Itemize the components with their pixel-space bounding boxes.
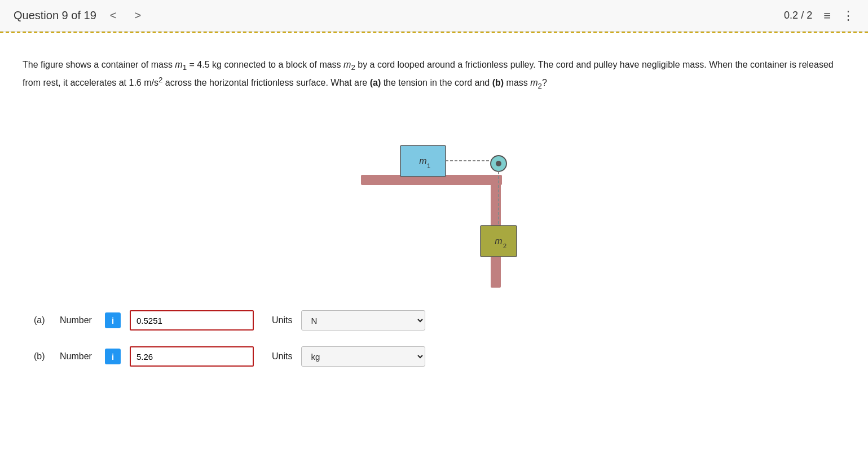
figure-container: m 1 m 2 [23, 107, 845, 288]
units-select-b[interactable]: kg N g lb [301, 346, 425, 367]
question-label: Question 9 of 19 [14, 9, 96, 22]
prev-button[interactable]: < [105, 7, 121, 24]
info-button-b[interactable]: i [105, 349, 121, 364]
part-label-a: (a) [34, 315, 51, 325]
number-input-b[interactable] [130, 346, 254, 367]
list-icon[interactable]: ≡ [823, 8, 831, 23]
more-icon[interactable]: ⋮ [842, 8, 854, 23]
svg-text:1: 1 [426, 162, 430, 169]
units-label-a: Units [272, 315, 292, 325]
physics-diagram: m 1 m 2 [327, 107, 541, 288]
answer-row-b: (b) Number i Units kg N g lb [23, 346, 845, 367]
top-bar-left: Question 9 of 19 < > [14, 7, 146, 24]
number-label-a: Number [60, 315, 96, 325]
dashed-divider [0, 32, 868, 33]
number-input-a[interactable] [130, 310, 254, 331]
next-button[interactable]: > [130, 7, 146, 24]
units-label-b: Units [272, 351, 292, 362]
units-select-a[interactable]: N kg m/s m/s² [301, 310, 425, 331]
top-bar: Question 9 of 19 < > 0.2 / 2 ≡ ⋮ [0, 0, 868, 32]
question-text: The figure shows a container of mass m1 … [23, 46, 845, 91]
svg-text:2: 2 [503, 243, 506, 249]
content-area: The figure shows a container of mass m1 … [0, 32, 868, 467]
svg-text:m: m [419, 156, 426, 166]
score-label: 0.2 / 2 [784, 10, 812, 21]
info-button-a[interactable]: i [105, 312, 121, 328]
answer-row-a: (a) Number i Units N kg m/s m/s² [23, 310, 845, 331]
svg-point-7 [496, 161, 501, 166]
number-label-b: Number [60, 351, 96, 362]
top-bar-right: 0.2 / 2 ≡ ⋮ [784, 8, 854, 23]
part-label-b: (b) [34, 351, 51, 362]
svg-text:m: m [495, 236, 502, 246]
